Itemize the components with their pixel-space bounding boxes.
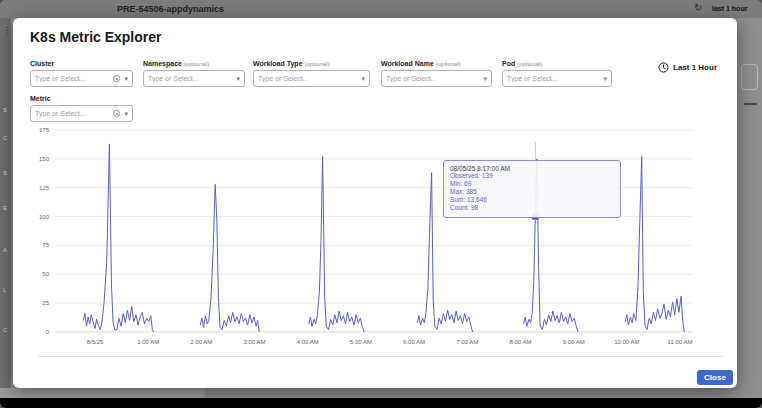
sidebar-item: C [3, 327, 7, 333]
cluster-label: Cluster [30, 60, 54, 67]
k8s-metric-explorer-modal: K8s Metric Explorer Cluster ▾ Namespace … [13, 18, 737, 388]
svg-text:0: 0 [46, 329, 50, 335]
filter-namespace: Namespace (optional) ▾ [143, 60, 245, 87]
namespace-select[interactable]: ▾ [143, 70, 245, 87]
sidebar-item: L [3, 287, 6, 293]
sidebar-item: E [3, 205, 7, 211]
svg-text:5:00 AM: 5:00 AM [350, 339, 372, 345]
chevron-down-icon[interactable]: ▾ [603, 75, 607, 82]
filter-cluster: Cluster ▾ [30, 60, 133, 87]
sidebar-item: A [3, 247, 7, 253]
spinner-icon [113, 75, 120, 82]
svg-text:8:00 AM: 8:00 AM [509, 339, 531, 345]
page-title: K8s Metric Explorer [30, 29, 162, 45]
svg-text:1:00 AM: 1:00 AM [137, 339, 159, 345]
optional-suffix: (optional) [184, 61, 209, 67]
chevron-down-icon[interactable]: ▾ [483, 75, 487, 82]
svg-text:50: 50 [42, 271, 49, 277]
namespace-input[interactable] [148, 75, 236, 82]
chevron-down-icon[interactable]: ▾ [124, 75, 128, 82]
time-range-button[interactable]: Last 1 Hour [658, 62, 717, 73]
svg-text:25: 25 [42, 300, 49, 306]
workload-type-select[interactable]: ▾ [253, 70, 370, 87]
workload-name-select[interactable]: ▾ [381, 70, 492, 87]
svg-text:6:00 AM: 6:00 AM [403, 339, 425, 345]
spinner-icon [113, 110, 120, 117]
workload-name-input[interactable] [386, 75, 483, 82]
screen-bottom-edge [0, 398, 762, 408]
cluster-input[interactable] [35, 75, 113, 82]
background-app-title: PRE-54506-appdynamics [117, 4, 224, 14]
workload-type-label: Workload Type [253, 60, 303, 67]
filter-workload-name: Workload Name (optional) ▾ [381, 60, 492, 87]
background-time-range[interactable]: last 1 hour [712, 5, 747, 12]
svg-text:125: 125 [39, 185, 50, 191]
tooltip-count: Count: 98 [450, 204, 614, 212]
svg-text:100: 100 [39, 214, 50, 220]
time-range-label: Last 1 Hour [673, 63, 717, 72]
svg-text:4:00 AM: 4:00 AM [297, 339, 319, 345]
background-divider [744, 103, 757, 105]
tooltip-sum: Sum: 13,646 [450, 196, 614, 204]
pod-select[interactable]: ▾ [502, 70, 612, 87]
svg-text:3:00 AM: 3:00 AM [244, 339, 266, 345]
svg-text:11:00 AM: 11:00 AM [668, 339, 693, 345]
filter-pod: Pod (optional) ▾ [502, 60, 612, 87]
background-widget [741, 64, 758, 90]
svg-text:175: 175 [39, 127, 50, 133]
svg-text:75: 75 [42, 242, 49, 248]
refresh-icon[interactable]: ↻ [694, 2, 702, 13]
background-sidebar: ⋮ S C S E A L C [0, 18, 11, 398]
close-button[interactable]: Close [697, 370, 733, 385]
svg-text:7:00 AM: 7:00 AM [456, 339, 478, 345]
background-top-bar: PRE-54506-appdynamics ↻ last 1 hour [0, 0, 762, 18]
tooltip-timestamp: 08/05/25 8:17:00 AM [450, 165, 614, 172]
optional-suffix: (optional) [517, 61, 542, 67]
cluster-select[interactable]: ▾ [30, 70, 133, 87]
workload-name-label: Workload Name [381, 60, 434, 67]
tooltip-max: Max: 385 [450, 188, 614, 196]
sidebar-menu-icon: ⋮ [3, 26, 11, 35]
metric-line-chart[interactable]: 02550751001251501758/5/251:00 AM2:00 AM3… [13, 118, 737, 363]
pod-label: Pod [502, 60, 515, 67]
svg-text:10:00 AM: 10:00 AM [614, 339, 639, 345]
namespace-label: Namespace [143, 60, 182, 67]
metric-input[interactable] [35, 110, 113, 117]
metric-label: Metric [30, 95, 51, 102]
screen: PRE-54506-appdynamics ↻ last 1 hour ⋮ S … [0, 0, 762, 408]
clock-icon [658, 62, 669, 73]
chart-tooltip: 08/05/25 8:17:00 AM Observed: 139 Min: 6… [443, 160, 621, 218]
chevron-down-icon[interactable]: ▾ [361, 75, 365, 82]
chevron-down-icon[interactable]: ▾ [124, 110, 128, 117]
tooltip-min: Min: 69 [450, 180, 614, 188]
svg-text:150: 150 [39, 156, 50, 162]
workload-type-input[interactable] [258, 75, 361, 82]
optional-suffix: (optional) [436, 61, 461, 67]
pod-input[interactable] [507, 75, 603, 82]
tooltip-observed: Observed: 139 [450, 172, 614, 180]
optional-suffix: (optional) [304, 61, 329, 67]
sidebar-item: C [3, 135, 7, 141]
svg-text:2:00 AM: 2:00 AM [190, 339, 212, 345]
footer-divider [38, 356, 723, 357]
sidebar-item: S [3, 170, 7, 176]
chevron-down-icon[interactable]: ▾ [236, 75, 240, 82]
sidebar-item: S [3, 107, 7, 113]
filter-workload-type: Workload Type (optional) ▾ [253, 60, 370, 87]
svg-text:9:00 AM: 9:00 AM [563, 339, 585, 345]
svg-text:8/5/25: 8/5/25 [87, 339, 104, 345]
